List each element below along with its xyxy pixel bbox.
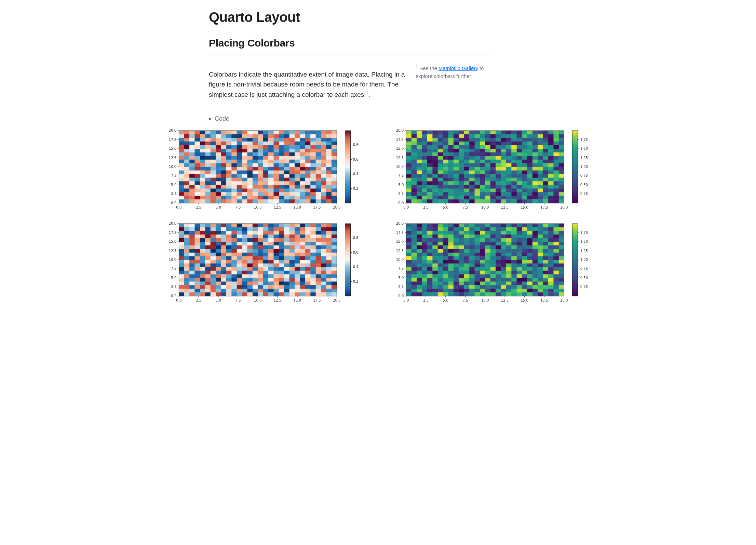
svg-rect-1271 [274, 224, 279, 227]
code-fold-toggle[interactable]: ▶ Code [209, 115, 494, 122]
svg-rect-1904 [543, 224, 549, 227]
svg-rect-392 [189, 177, 195, 181]
svg-rect-409 [279, 177, 284, 181]
svg-rect-1935 [548, 227, 554, 231]
svg-rect-326 [316, 167, 321, 171]
svg-rect-1010 [538, 174, 543, 178]
svg-rect-86 [316, 138, 321, 142]
matplotlib-gallery-link[interactable]: Matplotlib Gallery [438, 65, 478, 71]
svg-rect-40 [231, 134, 237, 138]
svg-rect-1590 [216, 263, 221, 267]
svg-rect-1976 [448, 235, 454, 238]
svg-rect-524 [253, 192, 258, 196]
svg-rect-477 [321, 185, 326, 189]
y-tick-label: 12.5 [169, 156, 176, 159]
svg-rect-1435 [189, 245, 195, 249]
svg-rect-865 [406, 159, 411, 163]
svg-rect-547 [216, 196, 221, 199]
svg-rect-2355 [548, 278, 554, 282]
y-tick-label: 17.5 [396, 137, 404, 141]
svg-rect-1487 [305, 249, 311, 253]
svg-rect-768 [527, 145, 533, 149]
svg-rect-429 [226, 181, 232, 185]
svg-rect-1541 [274, 256, 279, 260]
svg-rect-1586 [195, 263, 200, 267]
svg-rect-493 [247, 188, 253, 192]
svg-rect-155 [205, 149, 211, 152]
svg-rect-1747 [253, 281, 258, 285]
svg-rect-849 [480, 156, 485, 160]
y-tick-label: 0.0 [171, 201, 176, 205]
svg-rect-2299 [411, 274, 417, 278]
svg-rect-1384 [237, 238, 242, 242]
svg-rect-2238 [406, 267, 411, 271]
svg-rect-2464 [490, 292, 496, 296]
svg-rect-1649 [211, 270, 216, 274]
svg-rect-1211 [490, 199, 496, 203]
svg-rect-976 [517, 170, 522, 174]
svg-rect-2016 [501, 238, 507, 242]
y-tick-label: 12.5 [169, 249, 176, 252]
svg-rect-701 [490, 138, 496, 142]
svg-rect-846 [464, 156, 470, 160]
svg-rect-992 [443, 174, 448, 178]
svg-rect-1748 [258, 281, 263, 285]
svg-rect-1802 [226, 289, 232, 292]
svg-rect-577 [216, 199, 221, 203]
colorbar-tick-label: 1.00 [580, 258, 588, 262]
svg-rect-2014 [490, 238, 496, 242]
svg-rect-91 [184, 141, 190, 145]
svg-rect-778 [422, 149, 428, 152]
svg-rect-520 [231, 192, 237, 196]
svg-rect-1708 [205, 278, 211, 282]
svg-rect-1441 [221, 245, 227, 249]
svg-rect-1725 [295, 278, 300, 282]
svg-rect-2026 [554, 238, 559, 242]
svg-rect-1077 [417, 185, 422, 189]
svg-rect-279 [226, 163, 232, 167]
svg-rect-1543 [284, 256, 289, 260]
svg-rect-1031 [490, 177, 496, 181]
svg-rect-351 [289, 170, 295, 174]
svg-rect-1412 [226, 242, 232, 245]
svg-rect-1960 [522, 231, 527, 235]
svg-rect-1903 [538, 224, 543, 227]
svg-rect-2284 [490, 270, 496, 274]
svg-rect-2104 [490, 249, 496, 253]
svg-rect-929 [427, 167, 433, 171]
svg-rect-879 [480, 159, 485, 163]
svg-rect-142 [295, 145, 300, 149]
svg-rect-732 [496, 141, 501, 145]
svg-rect-1921 [475, 227, 480, 231]
svg-rect-633 [448, 131, 454, 134]
y-tick-label: 10.0 [396, 258, 404, 262]
svg-rect-1331 [274, 231, 279, 235]
svg-rect-221 [237, 156, 242, 160]
svg-rect-1544 [289, 256, 295, 260]
svg-rect-417 [321, 177, 326, 181]
svg-rect-1078 [422, 185, 428, 189]
svg-rect-2276 [448, 270, 454, 274]
svg-rect-2374 [490, 281, 496, 285]
svg-rect-2114 [543, 249, 549, 253]
svg-rect-1032 [496, 177, 501, 181]
svg-rect-2052 [532, 242, 538, 245]
svg-rect-1047 [417, 181, 422, 185]
svg-rect-2369 [464, 281, 470, 285]
svg-rect-382 [295, 174, 300, 178]
svg-rect-847 [469, 156, 475, 160]
svg-rect-2181 [422, 260, 428, 264]
svg-rect-2229 [517, 263, 522, 267]
svg-rect-469 [279, 185, 284, 189]
svg-rect-124 [200, 145, 205, 149]
svg-rect-1676 [195, 274, 200, 278]
svg-rect-1883 [432, 224, 438, 227]
svg-rect-2190 [469, 260, 475, 264]
svg-rect-2449 [411, 292, 417, 296]
svg-rect-1902 [532, 224, 538, 227]
svg-rect-395 [205, 177, 211, 181]
svg-rect-1993 [538, 235, 543, 238]
svg-rect-2215 [443, 263, 448, 267]
footnote-marker[interactable]: 1 [366, 90, 368, 95]
svg-rect-1143 [448, 192, 454, 196]
